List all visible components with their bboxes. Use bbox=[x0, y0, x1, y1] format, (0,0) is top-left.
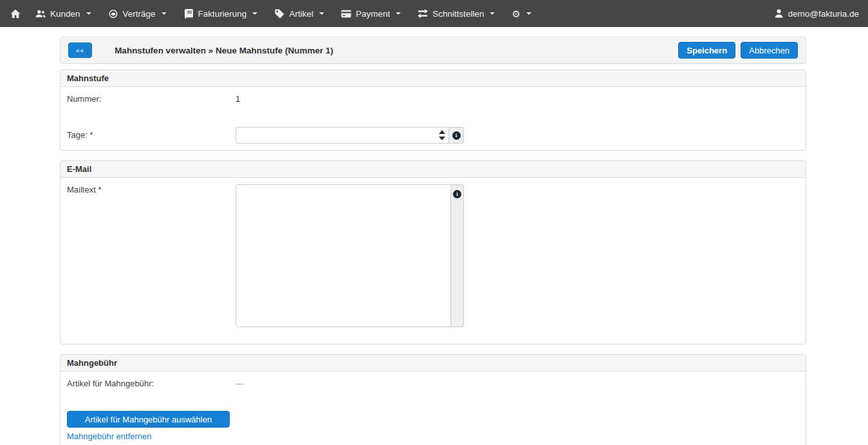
chevron-down-icon bbox=[490, 12, 495, 15]
page-header: «« Mahnstufen verwalten » Neue Mahnstufe… bbox=[60, 37, 806, 64]
info-icon: i bbox=[453, 190, 461, 198]
nav-kunden-label: Kunden bbox=[50, 9, 80, 19]
info-icon: i bbox=[452, 131, 461, 140]
nav-vertraege-label: Verträge bbox=[123, 9, 156, 19]
nav-schnittstellen-label: Schnittstellen bbox=[432, 9, 484, 19]
credit-card-icon bbox=[341, 8, 351, 19]
tag-icon bbox=[274, 8, 284, 19]
nummer-field-row: Nummer: 1 bbox=[67, 93, 799, 104]
top-navbar: Kunden Verträge Fakturierung bbox=[0, 0, 868, 27]
nav-settings[interactable]: ⚙ bbox=[503, 0, 539, 27]
home-icon bbox=[10, 8, 21, 19]
mailtext-label: Mailtext * bbox=[67, 184, 235, 194]
nav-kunden[interactable]: Kunden bbox=[27, 0, 100, 27]
exchange-icon bbox=[418, 8, 428, 19]
nav-artikel-label: Artikel bbox=[289, 9, 313, 19]
artikel-mahngebuehr-value: --- bbox=[235, 378, 244, 388]
gear-icon: ⚙ bbox=[512, 9, 520, 19]
select-artikel-button[interactable]: Artikel für Mahngebühr auswählen bbox=[67, 411, 230, 428]
panel-mahnstufe-title: Mahnstufe bbox=[60, 70, 806, 87]
chevron-down-icon bbox=[162, 12, 167, 15]
cancel-button[interactable]: Abbrechen bbox=[741, 42, 798, 59]
nav-artikel[interactable]: Artikel bbox=[266, 0, 333, 27]
chevron-down-icon bbox=[252, 12, 257, 15]
nav-payment-label: Payment bbox=[356, 9, 390, 19]
artikel-mahngebuehr-label: Artikel für Mahngebühr: bbox=[67, 378, 235, 388]
tage-info-addon[interactable]: i bbox=[449, 127, 464, 144]
nav-fakturierung[interactable]: Fakturierung bbox=[175, 0, 266, 27]
panel-email: E-Mail Mailtext * i bbox=[60, 160, 806, 345]
spinner-down-icon[interactable] bbox=[439, 137, 445, 140]
tage-input[interactable] bbox=[235, 127, 449, 144]
back-button[interactable]: «« bbox=[68, 43, 92, 58]
nav-payment[interactable]: Payment bbox=[333, 0, 409, 27]
spinner-up-icon[interactable] bbox=[439, 130, 445, 134]
artikel-field-row: Artikel für Mahngebühr: --- bbox=[67, 378, 799, 388]
chevron-down-icon bbox=[319, 12, 324, 15]
nummer-value: 1 bbox=[235, 93, 240, 104]
book-icon bbox=[183, 8, 194, 19]
mailtext-textarea[interactable] bbox=[235, 184, 451, 327]
panel-mahnstufe: Mahnstufe Nummer: 1 Tage: * bbox=[60, 70, 806, 151]
page-title: Mahnstufen verwalten » Neue Mahnstufe (N… bbox=[115, 46, 333, 55]
tage-field-row: Tage: * i bbox=[67, 127, 799, 144]
handshake-icon bbox=[108, 8, 118, 19]
user-icon bbox=[773, 8, 784, 19]
panel-mahngebuehr-title: Mahngebühr bbox=[60, 355, 806, 372]
nav-vertraege[interactable]: Verträge bbox=[100, 0, 175, 27]
tage-label: Tage: * bbox=[67, 127, 235, 140]
nav-schnittstellen[interactable]: Schnittstellen bbox=[409, 0, 503, 27]
nav-user-menu[interactable]: demo@fakturia.de bbox=[773, 8, 859, 19]
save-button[interactable]: Speichern bbox=[678, 42, 735, 59]
mailtext-info-addon[interactable]: i bbox=[451, 184, 464, 327]
panel-mahngebuehr: Mahngebühr Artikel für Mahngebühr: --- A… bbox=[60, 354, 806, 445]
users-icon bbox=[35, 8, 46, 19]
panel-email-title: E-Mail bbox=[60, 161, 806, 178]
user-email: demo@fakturia.de bbox=[788, 9, 859, 19]
remove-mahngebuehr-link[interactable]: Mahngebühr entfernen bbox=[67, 431, 152, 441]
chevron-down-icon bbox=[396, 12, 401, 15]
mailtext-field-row: Mailtext * i bbox=[67, 184, 799, 327]
nav-fakturierung-label: Fakturierung bbox=[198, 9, 247, 19]
number-spinner[interactable] bbox=[439, 127, 445, 144]
chevron-down-icon bbox=[526, 12, 531, 15]
nav-home[interactable] bbox=[9, 0, 27, 27]
main-content: «« Mahnstufen verwalten » Neue Mahnstufe… bbox=[60, 37, 806, 445]
chevron-down-icon bbox=[86, 12, 91, 15]
nummer-label: Nummer: bbox=[67, 93, 235, 104]
